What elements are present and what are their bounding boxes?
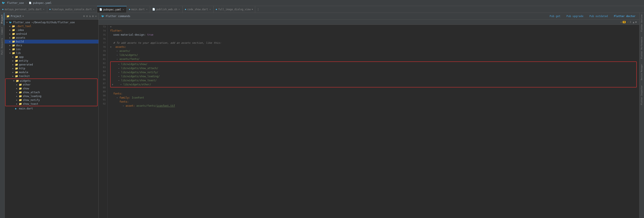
tree-build[interactable]: ▶ 📁 build <box>5 40 98 43</box>
item-label: module <box>19 71 28 74</box>
tab-close[interactable]: ✕ <box>178 8 180 11</box>
sort-icon[interactable]: ⇅ <box>89 14 91 18</box>
line-num-83: 83 <box>100 65 106 69</box>
code-token: fonts: <box>110 100 129 104</box>
folder-icon: 📁 <box>15 75 18 78</box>
tab-close[interactable]: ✕ <box>146 8 148 11</box>
fold-icon: ▼ <box>112 83 113 87</box>
tree-widgets[interactable]: ▼ 📁 widgets <box>6 79 97 83</box>
tree-entity[interactable]: ▶ 📁 entity <box>5 59 98 63</box>
code-token: lib/widgets/show_notify/ <box>121 70 158 74</box>
tab-close[interactable]: ✕ <box>93 8 95 11</box>
tab-more-button[interactable]: ⋮ <box>255 8 261 11</box>
tab-icon: 📄 <box>99 8 102 11</box>
tab-main[interactable]: ◆ main.dart ✕ <box>126 6 150 12</box>
tree-main-dart[interactable]: ◆ main.dart <box>5 107 98 110</box>
tab-label: full_image_dialog_view <box>218 8 251 11</box>
code-token: fonts: <box>110 92 122 96</box>
tree-docs[interactable]: ▶ 📁 docs <box>5 43 98 47</box>
sidebar-tab-flutter-performance[interactable]: Flutter Performance <box>640 35 644 61</box>
folder-icon: 📁 <box>16 79 19 82</box>
tab-himalaya[interactable]: ◆ himalaya_audio_console.dart ✕ <box>47 6 97 12</box>
folder-icon: 📁 <box>15 71 18 74</box>
tab-icon: ◆ <box>2 8 4 11</box>
folder-icon: 📁 <box>19 95 22 98</box>
tree-dart-tool[interactable]: ▶ 📂 .dart_tool <box>5 24 98 28</box>
down-arrow[interactable]: ▼ <box>635 21 637 24</box>
code-box-highlight: - lib/widgets/show/ - lib/widgets/show_a… <box>110 61 637 87</box>
right-sidebar-tabs: Flutter Outline Flutter Performance Devi… <box>639 13 644 218</box>
tree-root[interactable]: ▼ 🐦 flutter_use ~/Develop/Github/flutter… <box>5 20 98 24</box>
sidebar-tab-pull-requests[interactable]: Pull Requests <box>0 36 4 56</box>
tree-toolkit[interactable]: ▶ 📁 toolkit <box>5 74 98 78</box>
badge-container: ⚠ 9 ✓ 2 ▲ ▼ <box>620 21 637 24</box>
tab-label: malaya_personal_info.dart <box>5 8 42 11</box>
flutter-doctor-button[interactable]: Flutter doctor <box>612 14 637 18</box>
tab-close[interactable]: ✕ <box>122 8 124 11</box>
tab-malaya[interactable]: ◆ malaya_personal_info.dart ✕ <box>0 6 47 12</box>
folder-icon: 📁 <box>15 63 18 66</box>
tree-lib[interactable]: ▼ 📁 lib <box>5 51 98 55</box>
tree-show-toast[interactable]: ▶ 📁 show_toast <box>6 102 97 106</box>
tree-idea[interactable]: ▶ 📁 .idea <box>5 28 98 32</box>
tab-dropdown[interactable]: ▼ <box>252 8 253 10</box>
code-token: - <box>110 104 126 108</box>
tree-ios[interactable]: ▶ 📁 ios <box>5 47 98 51</box>
tree-generated[interactable]: ▶ 📁 generated <box>5 63 98 67</box>
code-token: lib/widgets/show_toast/ <box>121 78 156 83</box>
up-arrow[interactable]: ▲ <box>633 21 634 24</box>
code-line-77: # To add assets to your application, add… <box>110 41 637 45</box>
code-token: - <box>110 96 119 100</box>
tree-show[interactable]: ▶ 📁 show <box>6 87 97 90</box>
code-line-87: ▼ - lib/widgets/other/ <box>112 83 635 87</box>
tab-icon: ◆ <box>129 8 130 11</box>
close-icon[interactable]: ✕ <box>95 14 97 18</box>
code-token: true <box>147 33 153 37</box>
project-header-left: 📁 Project ▼ <box>6 15 24 18</box>
pub-outdated-button[interactable]: Pub outdated <box>588 14 609 18</box>
code-token: assets: <box>112 45 126 49</box>
sidebar-tab-commit[interactable]: Commit <box>0 25 4 36</box>
warning-icon: ⚠ <box>620 21 622 23</box>
tree-show-loading[interactable]: ▶ 📁 show_loading <box>6 94 97 98</box>
tab-pubspec[interactable]: 📄 pubspec.yaml ✕ <box>97 6 126 12</box>
collapse-icon[interactable]: ≡ <box>86 14 88 18</box>
tab-close[interactable]: ✕ <box>209 8 211 11</box>
sidebar-tab-flutter-outline[interactable]: Flutter Outline <box>640 13 644 33</box>
tree-http[interactable]: ▶ 📁 http <box>5 67 98 70</box>
folder-icon: 📁 <box>12 40 15 43</box>
line-num-79: 79 <box>100 49 106 53</box>
flutter-commands-title: 🐦 Flutter commands <box>101 15 130 18</box>
flutter-commands-bar: 🐦 Flutter commands Pub get Pub upgrade P… <box>99 13 639 20</box>
tree-android[interactable]: ▶ 📁 android <box>5 32 98 36</box>
code-line-82: - lib/widgets/show/ <box>112 62 635 66</box>
code-token: uses-material-design: <box>110 33 147 37</box>
pub-upgrade-button[interactable]: Pub upgrade <box>565 14 585 18</box>
tab-bar: ◆ malaya_personal_info.dart ✕ ◆ himalaya… <box>0 6 644 13</box>
code-token: assets/fonts/ <box>119 57 140 61</box>
project-dropdown-icon[interactable]: ▼ <box>23 15 24 17</box>
tab-code-show[interactable]: ◆ code_show.dart ✕ <box>182 6 214 12</box>
item-label: show_notify <box>23 99 40 102</box>
tab-close[interactable]: ✕ <box>43 8 45 11</box>
sidebar-tab-device-manager[interactable]: Device Manager <box>640 62 644 82</box>
tree-module[interactable]: ▶ 📁 module <box>5 70 98 74</box>
line-num-82: 82 <box>100 61 106 65</box>
locate-icon[interactable]: ⊕ <box>83 14 85 18</box>
tree-arrow: ▶ <box>12 67 15 69</box>
tab-publish[interactable]: 📄 publish_web.sh ✕ <box>150 6 182 12</box>
tree-app[interactable]: ▶ 📁 app <box>5 55 98 59</box>
tree-arrow: ▶ <box>16 87 19 90</box>
sidebar-tab-flutter-inspector[interactable]: Flutter Inspector <box>640 84 644 107</box>
code-token: flutter: <box>110 29 122 33</box>
item-label: android <box>16 32 27 35</box>
tree-assets[interactable]: ▶ 📁 assets <box>5 36 98 40</box>
settings-icon[interactable]: ⚙ <box>92 14 94 18</box>
line-num-75: 75 <box>100 33 106 37</box>
tree-show-notify[interactable]: ▶ 📁 show_notify <box>6 98 97 102</box>
tree-show-attach[interactable]: ▶ 📁 show_attach <box>6 90 97 94</box>
tree-other[interactable]: ▶ 📁 other <box>6 83 97 87</box>
sidebar-tab-project[interactable]: Project <box>0 13 4 25</box>
pub-get-button[interactable]: Pub get <box>548 14 562 18</box>
tab-full-image[interactable]: ◆ full_image_dialog_view ▼ <box>214 6 255 12</box>
